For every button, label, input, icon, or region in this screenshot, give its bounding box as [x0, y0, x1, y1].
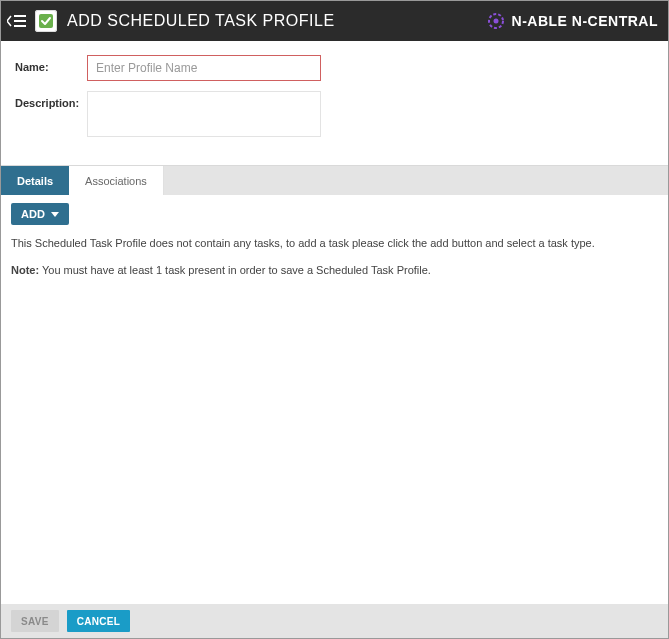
- tab-strip: Details Associations: [1, 165, 668, 195]
- tab-details[interactable]: Details: [1, 166, 69, 195]
- details-panel: ADD This Scheduled Task Profile does not…: [1, 195, 668, 604]
- topbar: ADD SCHEDULED TASK PROFILE N-ABLE N-CENT…: [1, 1, 668, 41]
- description-label: Description:: [15, 91, 87, 137]
- form-area: Name: Description:: [1, 41, 668, 165]
- brand-text: N-ABLE N-CENTRAL: [512, 13, 658, 29]
- task-profile-icon: [35, 10, 57, 32]
- save-button: SAVE: [11, 610, 59, 632]
- chevron-down-icon: [51, 212, 59, 217]
- svg-rect-0: [14, 15, 26, 17]
- svg-rect-2: [14, 25, 26, 27]
- add-task-button[interactable]: ADD: [11, 203, 69, 225]
- brand: N-ABLE N-CENTRAL: [486, 11, 658, 31]
- page-title: ADD SCHEDULED TASK PROFILE: [67, 12, 486, 30]
- footer: SAVE CANCEL: [1, 604, 668, 638]
- menu-toggle-button[interactable]: [7, 13, 27, 29]
- profile-name-input[interactable]: [87, 55, 321, 81]
- brand-gear-icon: [486, 11, 506, 31]
- svg-point-5: [493, 19, 498, 24]
- tab-details-label: Details: [17, 175, 53, 187]
- note-text: You must have at least 1 task present in…: [42, 264, 431, 276]
- add-task-label: ADD: [21, 208, 45, 220]
- tab-associations[interactable]: Associations: [69, 166, 164, 195]
- menu-icon: [7, 13, 27, 29]
- empty-state-text: This Scheduled Task Profile does not con…: [11, 235, 658, 252]
- profile-description-input[interactable]: [87, 91, 321, 137]
- svg-rect-1: [14, 20, 26, 22]
- note-label: Note:: [11, 264, 39, 276]
- cancel-button[interactable]: CANCEL: [67, 610, 130, 632]
- tab-associations-label: Associations: [85, 175, 147, 187]
- note-row: Note: You must have at least 1 task pres…: [11, 264, 658, 276]
- name-label: Name:: [15, 55, 87, 81]
